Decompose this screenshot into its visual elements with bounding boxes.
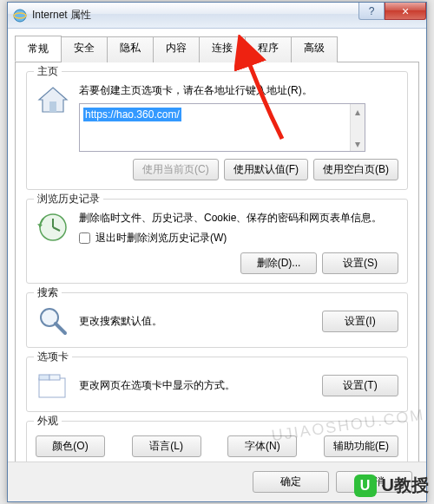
delete-on-exit-label: 退出时删除浏览历史记录(W)	[95, 231, 227, 245]
help-button[interactable]: ?	[358, 3, 385, 20]
ok-button[interactable]: 确定	[253, 471, 329, 493]
homepage-url-value: https://hao.360.com/	[83, 108, 181, 121]
titlebar: Internet 属性 ? ×	[8, 3, 426, 29]
svg-rect-10	[39, 378, 65, 397]
tab-privacy[interactable]: 隐私	[107, 36, 154, 62]
group-heading-search: 搜索	[34, 285, 62, 300]
group-heading-homepage: 主页	[34, 64, 62, 79]
group-homepage: 主页 若要创建主页选项卡，请在各地址行键入地址(R)。 https://hao.…	[26, 71, 408, 190]
tab-connections[interactable]: 连接	[199, 36, 246, 62]
scroll-up-icon[interactable]: ▴	[351, 104, 365, 119]
homepage-url-input[interactable]: https://hao.360.com/ ▴ ▾	[79, 103, 365, 152]
tabs-settings-button[interactable]: 设置(T)	[322, 375, 398, 396]
color-button[interactable]: 颜色(O)	[36, 435, 105, 457]
homepage-description: 若要创建主页选项卡，请在各地址行键入地址(R)。	[79, 82, 398, 98]
tab-general[interactable]: 常规	[15, 36, 62, 62]
svg-rect-12	[49, 375, 60, 380]
search-description: 更改搜索默认值。	[79, 314, 313, 329]
accessibility-button[interactable]: 辅助功能(E)	[324, 435, 398, 457]
history-delete-button[interactable]: 删除(D)...	[240, 252, 317, 274]
titlebar-buttons: ? ×	[358, 3, 426, 20]
client-area: 常规 安全 隐私 内容 连接 程序 高级 主页 若要创建主页选项卡，请在各地址行…	[15, 36, 419, 458]
history-description: 删除临时文件、历史记录、Cookie、保存的密码和网页表单信息。	[79, 210, 398, 226]
window-title: Internet 属性	[32, 8, 91, 23]
svg-point-0	[14, 10, 26, 22]
scroll-down-icon[interactable]: ▾	[351, 136, 365, 151]
home-icon	[36, 82, 70, 117]
tab-panel-general: 主页 若要创建主页选项卡，请在各地址行键入地址(R)。 https://hao.…	[15, 62, 419, 462]
font-button[interactable]: 字体(N)	[227, 435, 297, 457]
scrollbar[interactable]: ▴ ▾	[350, 104, 365, 151]
group-heading-history: 浏览历史记录	[34, 192, 103, 206]
magnifier-icon	[36, 304, 70, 338]
group-appearance: 外观 颜色(O) 语言(L) 字体(N) 辅助功能(E)	[26, 421, 408, 462]
svg-rect-3	[49, 101, 56, 112]
use-blank-button[interactable]: 使用空白页(B)	[313, 159, 398, 180]
close-button[interactable]: ×	[385, 3, 426, 20]
tab-security[interactable]: 安全	[61, 36, 108, 62]
tab-strip: 常规 安全 隐私 内容 连接 程序 高级	[15, 36, 419, 62]
tab-advanced[interactable]: 高级	[291, 36, 338, 62]
dialog-window: Internet 属性 ? × 常规 安全 隐私 内容 连接 程序 高级 主页	[7, 2, 427, 502]
group-history: 浏览历史记录 删除临时文件、历史记录、Cookie、保存的密码和网页表单信息。 …	[26, 199, 408, 284]
svg-rect-11	[39, 375, 49, 380]
use-current-button[interactable]: 使用当前页(C)	[133, 159, 219, 180]
delete-on-exit-input[interactable]	[79, 232, 90, 244]
delete-on-exit-checkbox[interactable]: 退出时删除浏览历史记录(W)	[79, 231, 398, 245]
tabs-description: 更改网页在选项卡中显示的方式。	[79, 378, 313, 393]
clock-icon	[36, 210, 70, 245]
tab-programs[interactable]: 程序	[245, 36, 292, 62]
cancel-button[interactable]: 取消	[336, 471, 412, 493]
group-tabs: 选项卡 更改网页在选项卡中显示的方式。 设置(T)	[26, 357, 408, 412]
ie-icon	[13, 9, 27, 23]
search-settings-button[interactable]: 设置(I)	[322, 311, 398, 332]
use-default-button[interactable]: 使用默认值(F)	[224, 159, 308, 180]
history-settings-button[interactable]: 设置(S)	[322, 252, 398, 274]
tab-content[interactable]: 内容	[153, 36, 200, 62]
group-search: 搜索 更改搜索默认值。 设置(I)	[26, 292, 408, 348]
svg-line-9	[56, 324, 65, 333]
dialog-footer: 确定 取消	[8, 461, 426, 501]
language-button[interactable]: 语言(L)	[132, 435, 201, 457]
tabs-icon	[36, 368, 70, 403]
group-heading-appearance: 外观	[34, 414, 62, 429]
group-heading-tabs: 选项卡	[34, 350, 72, 364]
